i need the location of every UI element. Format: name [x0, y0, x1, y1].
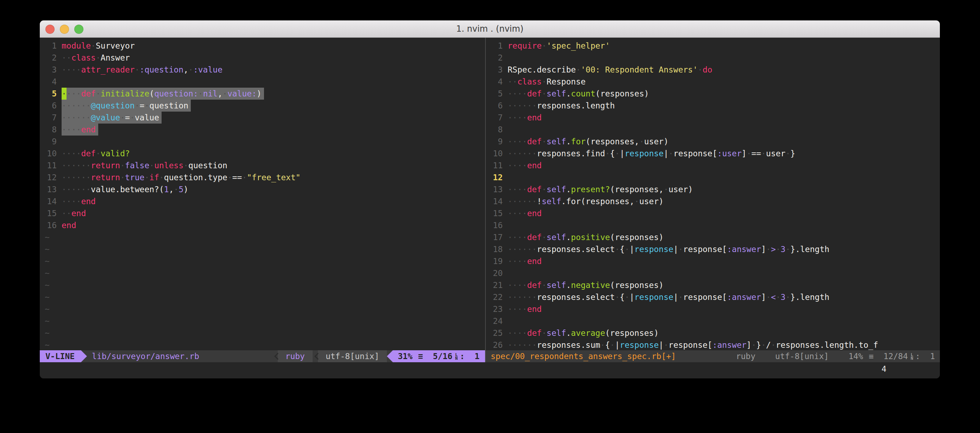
line-number: 2 — [491, 52, 503, 64]
line-number: 10 — [45, 148, 57, 159]
close-button[interactable] — [45, 25, 54, 34]
code-text: ····end — [508, 207, 542, 219]
code-line[interactable]: 3RSpec.describe·'00: Respondent Answers'… — [491, 64, 940, 76]
code-line[interactable]: 2 — [491, 52, 940, 64]
nvim-terminal: 1module·Surveyor2··class·Answer3····attr… — [40, 38, 940, 379]
filetype-left: ruby — [285, 350, 305, 362]
code-area-right[interactable]: 1require·'spec_helper'23RSpec.describe·'… — [486, 38, 940, 350]
line-number: 7 — [45, 111, 57, 124]
code-text: ······return·true·if·question.type·==·"f… — [62, 172, 301, 183]
line-number-icon: LN — [455, 353, 458, 360]
code-text: ···def·initialize(question:·nil,·value:) — [67, 88, 264, 100]
code-line[interactable]: 11······return·false·unless·question — [45, 159, 485, 172]
line-number: 9 — [491, 135, 503, 148]
code-line[interactable]: 14····end — [45, 195, 485, 207]
code-line[interactable]: 23····end — [491, 303, 940, 315]
code-line[interactable]: 14······!self.for(responses,·user) — [491, 195, 940, 207]
code-text: end — [62, 219, 76, 231]
statusline-right: spec/00_respondents_answers_spec.rb[+] r… — [486, 350, 940, 362]
code-line[interactable]: 6······responses.length — [491, 100, 940, 111]
line-number: 22 — [491, 291, 503, 303]
line-number: 8 — [491, 124, 503, 135]
line-number: 3 — [45, 64, 57, 76]
line-number: 17 — [491, 231, 503, 243]
empty-line: ~ — [45, 231, 485, 243]
tilde-marker: ~ — [45, 291, 49, 303]
zoom-button[interactable] — [74, 25, 83, 34]
code-line[interactable]: 16end — [45, 219, 485, 231]
code-line[interactable]: 19····end — [491, 255, 940, 267]
powerline-arrow-icon — [387, 350, 393, 362]
code-text: ····def·self.positive(responses) — [508, 231, 663, 243]
code-text: ····attr_reader·:question,·:value — [62, 64, 223, 76]
code-line[interactable]: 16 — [491, 219, 940, 231]
code-line[interactable]: 11····end — [491, 159, 940, 172]
code-line[interactable]: 25····def·self.average(responses) — [491, 327, 940, 339]
pending-command-count: 4 — [881, 362, 886, 376]
editor-pane-left: 1module·Surveyor2··class·Answer3····attr… — [40, 38, 485, 362]
command-line[interactable]: 4 — [40, 362, 940, 376]
code-line[interactable]: 21····def·self.negative(responses) — [491, 279, 940, 291]
code-line[interactable]: 1require·'spec_helper' — [491, 40, 940, 52]
code-line[interactable]: 5····def·initialize(question:·nil,·value… — [45, 88, 485, 100]
code-line[interactable]: 20 — [491, 267, 940, 279]
code-line[interactable]: 15····end — [491, 207, 940, 219]
code-line[interactable]: 12 — [491, 172, 940, 183]
tilde-marker: ~ — [45, 303, 49, 315]
line-number: 5 — [491, 88, 503, 100]
line-number: 13 — [45, 183, 57, 195]
empty-line: ~ — [45, 267, 485, 279]
filename-left: lib/surveyor/answer.rb — [92, 350, 199, 362]
minimize-button[interactable] — [60, 25, 69, 34]
line-number: 24 — [491, 315, 503, 327]
code-line[interactable]: 2··class·Answer — [45, 52, 485, 64]
code-line[interactable]: 4 — [45, 76, 485, 88]
code-line[interactable]: 13····def·self.present?(responses,·user) — [491, 183, 940, 195]
code-line[interactable]: 6······@question·=·question — [45, 100, 485, 111]
code-line[interactable]: 7······@value·=·value — [45, 111, 485, 124]
code-line[interactable]: 22······responses.select·{·|response|·re… — [491, 291, 940, 303]
code-line[interactable]: 1module·Surveyor — [45, 40, 485, 52]
code-line[interactable]: 5····def·self.count(responses) — [491, 88, 940, 100]
tilde-marker: ~ — [45, 267, 49, 279]
code-line[interactable]: 12······return·true·if·question.type·==·… — [45, 172, 485, 183]
statusline-left-info: ruby utf-8[unix] 31% ≡ 5/16 LN : — [272, 350, 485, 362]
empty-line: ~ — [45, 279, 485, 291]
line-position: 12/84 — [883, 350, 908, 362]
code-line[interactable]: 3····attr_reader·:question,·:value — [45, 64, 485, 76]
colon: : — [915, 350, 920, 362]
line-number: 20 — [491, 267, 503, 279]
code-line[interactable]: 10····def·valid? — [45, 148, 485, 159]
code-text: ····end — [62, 195, 96, 207]
code-line[interactable]: 8 — [491, 124, 940, 135]
code-line[interactable]: 13······value.between?(1,·5) — [45, 183, 485, 195]
code-line[interactable]: 24 — [491, 315, 940, 327]
line-number: 11 — [491, 159, 503, 172]
code-text: ······responses.find·{·|response|·respon… — [508, 148, 795, 159]
code-line[interactable]: 4··class·Response — [491, 76, 940, 88]
position-left: 31% ≡ 5/16 LN : 1 — [393, 350, 485, 362]
line-number: 6 — [45, 100, 57, 111]
code-line[interactable]: 9 — [45, 135, 485, 148]
code-line[interactable]: 17····def·self.positive(responses) — [491, 231, 940, 243]
code-text: ····def·valid? — [62, 148, 130, 159]
code-line[interactable]: 9····def·self.for(responses,·user) — [491, 135, 940, 148]
code-text: ······responses.length — [508, 100, 615, 111]
line-number: 26 — [491, 339, 503, 350]
code-line[interactable]: 15··end — [45, 207, 485, 219]
code-text: ····def·self.average(responses) — [508, 327, 659, 339]
code-line[interactable]: 8····end — [45, 124, 485, 135]
code-text: ····def·self.negative(responses) — [508, 279, 663, 291]
code-text: ······!self.for(responses,·user) — [508, 195, 663, 207]
line-number: 1 — [45, 40, 57, 52]
tilde-marker: ~ — [45, 327, 49, 339]
code-line[interactable]: 18······responses.select·{·|response|·re… — [491, 243, 940, 255]
code-area-left[interactable]: 1module·Surveyor2··class·Answer3····attr… — [40, 38, 485, 350]
line-number: 12 — [491, 172, 503, 183]
code-line[interactable]: 26······responses.sum·{·|response|·respo… — [491, 339, 940, 350]
code-line[interactable]: 10······responses.find·{·|response|·resp… — [491, 148, 940, 159]
code-line[interactable]: 7····end — [491, 111, 940, 124]
titlebar[interactable]: 1. nvim . (nvim) — [40, 21, 940, 38]
encoding-right: utf-8[unix] — [775, 350, 829, 362]
line-number: 15 — [491, 207, 503, 219]
